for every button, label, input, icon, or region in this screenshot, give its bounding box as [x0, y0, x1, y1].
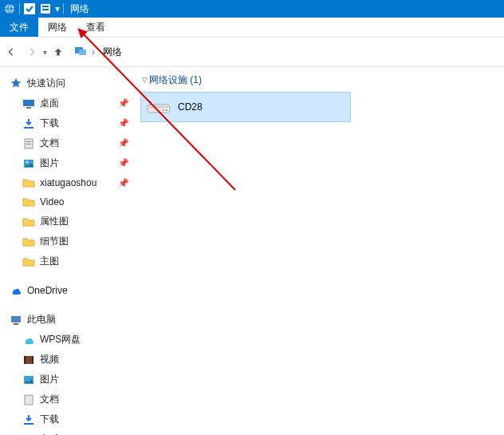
window-title: 网络: [70, 2, 89, 16]
properties-icon[interactable]: [39, 2, 52, 15]
pin-icon: 📌: [118, 118, 129, 129]
sidebar-section-quick-access[interactable]: 快速访问: [8, 73, 136, 93]
sidebar-item-wps[interactable]: WPS网盘: [8, 330, 136, 350]
sidebar-label: 快速访问: [27, 77, 65, 90]
separator: [19, 3, 20, 14]
history-dropdown[interactable]: ▾: [43, 48, 47, 57]
sidebar-item-pictures[interactable]: 图片📌: [8, 153, 136, 173]
sidebar-item-folder[interactable]: Video: [8, 192, 136, 212]
sidebar-item-pictures[interactable]: 图片: [8, 370, 136, 390]
sidebar-item-folder[interactable]: 主图: [8, 251, 136, 271]
svg-rect-12: [26, 144, 31, 144]
network-icon: [74, 45, 87, 60]
svg-rect-24: [149, 106, 168, 108]
svg-rect-6: [79, 49, 86, 55]
sidebar-section-this-pc[interactable]: 此电脑: [8, 310, 136, 330]
svg-rect-19: [32, 356, 33, 364]
svg-rect-16: [14, 323, 18, 325]
sidebar-item-music[interactable]: 音乐: [8, 429, 136, 435]
svg-rect-4: [42, 9, 49, 10]
address-bar[interactable]: › 网络: [74, 44, 125, 61]
sidebar-item-folder[interactable]: 细节图: [8, 231, 136, 251]
sidebar-item-documents[interactable]: 文档: [8, 390, 136, 409]
device-name: CD28: [178, 101, 203, 113]
svg-rect-15: [11, 316, 21, 322]
checkbox-icon[interactable]: [23, 2, 36, 15]
breadcrumb[interactable]: 网络: [103, 45, 122, 59]
sidebar: 快速访问 桌面📌 下载📌 文档📌 图片📌 xiatugaoshou📌 Video…: [0, 67, 136, 435]
sidebar-item-documents[interactable]: 文档📌: [8, 133, 136, 153]
tab-view[interactable]: 查看: [77, 18, 115, 37]
sidebar-item-downloads[interactable]: 下载: [8, 409, 136, 429]
content-area: ▽网络设施 (1) CD28: [136, 67, 504, 435]
back-button[interactable]: [2, 42, 21, 61]
tab-network[interactable]: 网络: [38, 18, 77, 37]
device-tile[interactable]: CD28: [140, 92, 351, 122]
separator: [63, 3, 64, 14]
pin-icon: 📌: [118, 98, 129, 109]
chevron-down-icon: ▽: [142, 76, 148, 84]
svg-rect-18: [24, 356, 26, 364]
svg-point-26: [163, 109, 164, 111]
sidebar-item-desktop[interactable]: 桌面📌: [8, 93, 136, 113]
network-icon: [3, 2, 16, 15]
sidebar-item-downloads[interactable]: 下载📌: [8, 113, 136, 133]
up-button[interactable]: [49, 42, 68, 61]
sidebar-item-folder[interactable]: 属性图: [8, 212, 136, 231]
svg-point-25: [166, 109, 167, 111]
pin-icon: 📌: [118, 138, 129, 148]
tab-file[interactable]: 文件: [0, 18, 38, 37]
svg-rect-1: [24, 3, 35, 14]
ribbon-tabs: 文件 网络 查看: [0, 18, 504, 38]
group-header[interactable]: ▽网络设施 (1): [140, 70, 501, 90]
sidebar-section-onedrive[interactable]: OneDrive: [8, 281, 136, 300]
svg-point-14: [26, 160, 29, 163]
pin-icon: 📌: [118, 158, 129, 168]
nav-bar: ▾ › 网络: [0, 38, 504, 67]
pin-icon: 📌: [118, 178, 129, 188]
modem-icon: [146, 98, 173, 116]
svg-rect-22: [24, 423, 33, 425]
title-bar: ▾ 网络: [0, 0, 504, 18]
svg-rect-3: [42, 6, 49, 7]
svg-rect-8: [26, 107, 31, 109]
svg-rect-11: [26, 141, 31, 142]
svg-rect-9: [24, 127, 33, 129]
forward-button[interactable]: [22, 42, 41, 61]
svg-rect-21: [25, 395, 33, 405]
svg-rect-7: [23, 100, 34, 106]
sidebar-item-videos[interactable]: 视频: [8, 350, 136, 370]
svg-rect-23: [148, 105, 170, 113]
sidebar-label: OneDrive: [27, 285, 68, 296]
sidebar-item-folder[interactable]: xiatugaoshou📌: [8, 173, 136, 192]
sidebar-label: 此电脑: [27, 313, 56, 326]
